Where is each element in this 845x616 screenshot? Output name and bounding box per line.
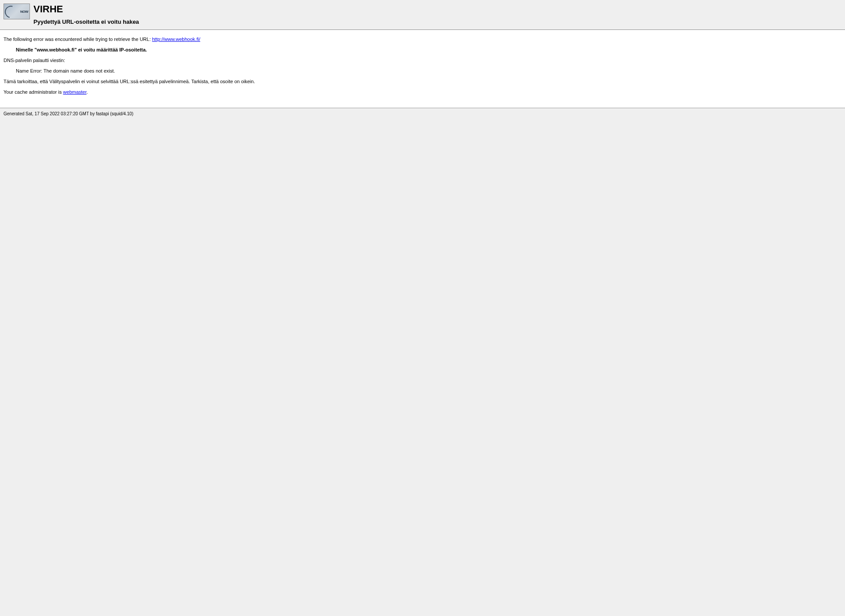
error-intro-text: The following error was encountered whil… — [4, 37, 152, 42]
dns-returned-label: DNS-palvelin palautti viestin: — [4, 58, 841, 63]
name-error-message: Name Error: The domain name does not exi… — [16, 68, 841, 73]
generated-timestamp: Generated Sat, 17 Sep 2022 03:27:20 GMT … — [4, 111, 133, 116]
admin-line: Your cache administrator is webmaster. — [4, 89, 841, 95]
dns-unresolvable-message: Nimelle "www.webhook.fi" ei voitu määrit… — [16, 47, 841, 52]
footer: Generated Sat, 17 Sep 2022 03:27:20 GMT … — [0, 109, 845, 119]
icon-text: NOW — [20, 10, 28, 14]
admin-intro-text: Your cache administrator is — [4, 89, 63, 95]
header-text-block: VIRHE Pyydettyä URL-osoitetta ei voitu h… — [33, 4, 139, 25]
admin-suffix: . — [87, 89, 88, 95]
error-header: NOW VIRHE Pyydettyä URL-osoitetta ei voi… — [0, 0, 845, 29]
error-content: The following error was encountered whil… — [0, 30, 845, 108]
error-intro-line: The following error was encountered whil… — [4, 37, 841, 42]
requested-url-link[interactable]: http://www.webhook.fi/ — [152, 37, 200, 42]
error-title: VIRHE — [33, 4, 139, 15]
squid-now-icon: NOW — [4, 4, 30, 19]
error-subtitle: Pyydettyä URL-osoitetta ei voitu hakea — [33, 18, 139, 25]
explanation-text: Tämä tarkoittaa, että Välityspalvelin ei… — [4, 79, 841, 84]
webmaster-link[interactable]: webmaster — [63, 89, 86, 95]
